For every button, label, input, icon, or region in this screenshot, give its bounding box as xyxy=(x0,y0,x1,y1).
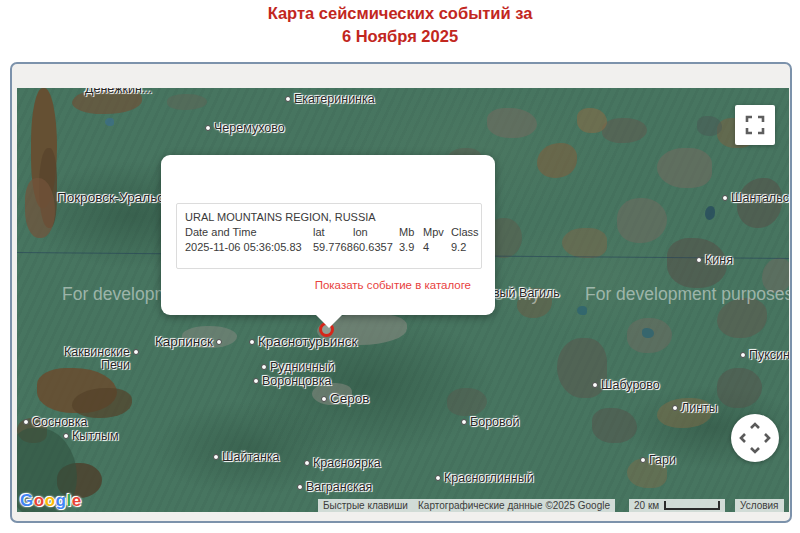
dev-watermark: For development purposes only xyxy=(585,284,789,305)
place-name: Красноглинный xyxy=(444,471,534,485)
event-col-header: lon xyxy=(353,225,399,240)
event-region: URAL MOUNTAINS REGION, RUSSIA xyxy=(185,210,473,225)
event-table-row: 2025-11-06 05:36:05.8359.776860.63573.94… xyxy=(185,240,473,255)
map-label: Гари xyxy=(640,453,676,467)
map-label: Шантальский xyxy=(722,191,789,205)
terrain-patch xyxy=(642,328,654,338)
terrain-patch xyxy=(657,148,712,188)
map-label: Краснотурьинск xyxy=(249,334,357,349)
terrain-patch xyxy=(697,116,722,136)
place-dot-icon xyxy=(696,257,702,263)
terrain-patch xyxy=(562,228,607,258)
place-dot-icon xyxy=(63,433,69,439)
keyboard-shortcuts-button[interactable]: Быстрые клавиши xyxy=(318,499,413,512)
show-in-catalog-link[interactable]: Показать событие в каталоге xyxy=(315,279,471,291)
place-name: Печи xyxy=(101,358,130,372)
popup-tail-icon xyxy=(316,315,342,328)
event-col-header: lat xyxy=(313,225,353,240)
place-name: Кытлым xyxy=(72,429,119,443)
place-name: Боровой xyxy=(470,415,520,429)
logo-letter: o xyxy=(45,491,56,510)
place-name: Воронцовка xyxy=(262,374,331,388)
terrain-patch xyxy=(602,118,647,143)
map-label: Серов xyxy=(321,391,369,406)
event-value: 60.6357 xyxy=(353,240,399,255)
pan-control[interactable] xyxy=(731,414,779,462)
terrain-patch xyxy=(167,94,207,110)
logo-letter: o xyxy=(34,491,45,510)
terrain-patch xyxy=(577,306,587,315)
event-value: 59.7768 xyxy=(313,240,353,255)
place-dot-icon xyxy=(23,419,29,425)
event-col-header: Mpv xyxy=(423,225,451,240)
place-dot-icon xyxy=(216,339,222,345)
place-name: Линты xyxy=(681,401,718,415)
map-label: Денежкин... xyxy=(85,88,152,96)
terrain-patch xyxy=(705,206,715,220)
event-table-header: Date and TimelatlonMbMpvClass xyxy=(185,225,473,240)
place-dot-icon xyxy=(213,454,219,460)
place-name: Шабурово xyxy=(601,378,660,392)
place-name: Шантальский xyxy=(731,191,789,205)
place-name: Краснотурьинск xyxy=(258,334,357,349)
event-col-header: Mb xyxy=(399,225,423,240)
scale-label: 20 км xyxy=(634,500,659,511)
place-name: Вагранская xyxy=(306,480,372,494)
terrain-patch xyxy=(592,408,637,443)
map-panel-frame: For development purposes onlyFor develop… xyxy=(10,62,792,523)
place-dot-icon xyxy=(261,364,267,370)
place-name: Красноярка xyxy=(313,456,381,470)
fullscreen-button[interactable] xyxy=(735,105,775,145)
terrain-patch xyxy=(72,388,132,418)
map-label: Киня xyxy=(696,253,733,267)
event-data-box: URAL MOUNTAINS REGION, RUSSIA Date and T… xyxy=(176,203,482,269)
place-name: Карпинск xyxy=(155,334,213,349)
map-label: Кытлым xyxy=(63,429,119,443)
place-dot-icon xyxy=(461,419,467,425)
place-name: Сосновка xyxy=(32,415,87,429)
map-canvas[interactable]: For development purposes onlyFor develop… xyxy=(17,88,789,512)
place-dot-icon xyxy=(285,96,291,102)
map-label: Карпинск xyxy=(155,334,222,349)
pan-arrows-icon xyxy=(734,417,776,459)
place-name: Черемухово xyxy=(214,121,285,135)
terms-link[interactable]: Условия xyxy=(735,499,784,512)
place-dot-icon xyxy=(205,125,211,131)
place-dot-icon xyxy=(722,195,728,201)
place-name: Серов xyxy=(330,391,369,406)
place-name: Гари xyxy=(649,453,676,467)
map-label: Воронцовка xyxy=(253,374,331,388)
place-dot-icon xyxy=(249,339,255,345)
page-title: Карта сейсмических событий за 6 Ноября 2… xyxy=(0,2,800,48)
page-title-line1: Карта сейсмических событий за xyxy=(0,2,800,25)
event-value: 2025-11-06 05:36:05.83 xyxy=(185,240,313,255)
place-name: Шайтанка xyxy=(222,450,280,464)
place-name: Рудничный xyxy=(270,360,335,374)
terrain-patch xyxy=(447,388,487,416)
map-label: Черемухово xyxy=(205,121,285,135)
place-dot-icon xyxy=(304,460,310,466)
fullscreen-icon xyxy=(742,112,768,138)
event-value: 9.2 xyxy=(451,240,485,255)
terrain-patch xyxy=(577,108,607,133)
event-value: 4 xyxy=(423,240,451,255)
logo-letter: g xyxy=(56,491,67,510)
map-footer: Быстрые клавиши Картографические данные … xyxy=(17,499,789,512)
google-logo[interactable]: Google xyxy=(20,491,82,511)
page-title-line2: 6 Ноября 2025 xyxy=(0,25,800,48)
map-label: Каквинские xyxy=(64,345,139,359)
map-label: Екатерининка xyxy=(285,92,375,106)
place-dot-icon xyxy=(640,457,646,463)
terrain-patch xyxy=(487,108,537,138)
map-label: Пуксинка xyxy=(740,348,789,362)
place-name: Денежкин... xyxy=(85,88,152,96)
map-label: Печи xyxy=(101,358,130,372)
logo-letter: G xyxy=(20,491,34,510)
place-dot-icon xyxy=(672,405,678,411)
place-dot-icon xyxy=(435,475,441,481)
logo-letter: e xyxy=(72,491,82,510)
map-scale: 20 км xyxy=(629,499,725,512)
map-label: Линты xyxy=(672,401,718,415)
place-dot-icon xyxy=(321,396,327,402)
terrain-patch xyxy=(537,143,577,178)
